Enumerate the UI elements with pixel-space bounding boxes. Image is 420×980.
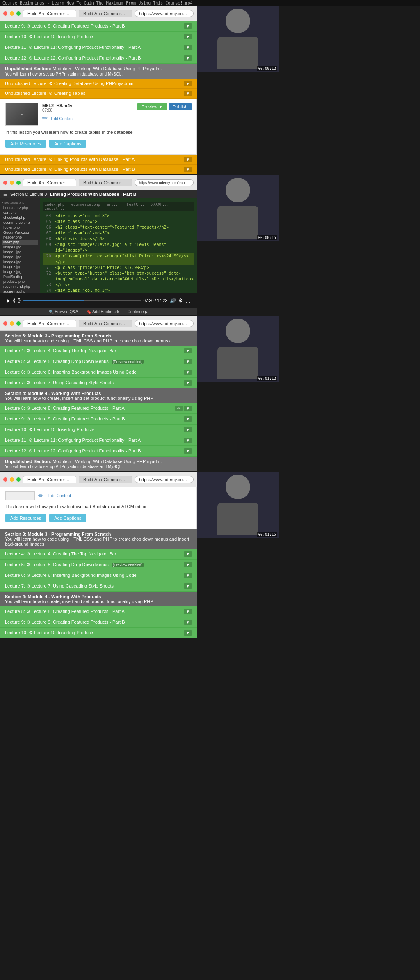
close-dot-3[interactable] [3, 321, 7, 326]
browse-qa-button[interactable]: 🔍 Browse Q&A [49, 310, 78, 314]
play-button[interactable]: ▶ [7, 298, 10, 303]
lecture-9-expand[interactable]: ▼ [184, 23, 192, 29]
creating-tables-expand[interactable]: ▼ [184, 91, 192, 96]
lecture-row-10-c[interactable]: Lecture 10: ⚙ Lecture 10: Inserting Prod… [0, 628, 197, 638]
tab-5[interactable]: Build An eCommerce Web... [23, 320, 76, 327]
tab-2[interactable]: Build An eCommerce Web... [79, 10, 132, 17]
fullscreen-button[interactable]: ⛶ [185, 298, 190, 303]
file-img2[interactable]: image2.jpg [2, 250, 38, 255]
tab-1[interactable]: Build An eCommerce Web... [23, 10, 76, 17]
minimize-dot-4[interactable] [10, 477, 14, 482]
lecture-12b-expand[interactable]: ▼ [184, 448, 192, 454]
file-squirems[interactable]: squirems.php [2, 289, 38, 293]
settings-button[interactable]: ⚙ [178, 298, 183, 303]
file-img4[interactable]: image4.jpg [2, 259, 38, 264]
tab-8[interactable]: Build An eCommerce Web... [79, 476, 132, 483]
file-cart[interactable]: cart.php [2, 210, 38, 215]
lecture-8c-expand[interactable]: ▼ [184, 609, 192, 614]
lecture-7c-expand[interactable]: ▼ [184, 583, 192, 589]
add-captions-button-1[interactable]: Add Captions [49, 140, 86, 148]
file-img5[interactable]: image5.jpg [2, 264, 38, 269]
lecture-row-8-b[interactable]: Lecture 8: ⚙ Lecture 8: Creating Feature… [0, 403, 197, 414]
lecture-row-4-b[interactable]: Lecture 4: ⚙ Lecture 4: Creating The Top… [0, 346, 197, 356]
lecture-row-9[interactable]: Lecture 9: ⚙ Lecture 9: Creating Feature… [0, 21, 197, 32]
add-resources-button-1[interactable]: Add Resources [5, 140, 46, 148]
publish-button[interactable]: Publish [169, 103, 192, 110]
tab-7[interactable]: Build An eCommerce Web... [23, 476, 76, 483]
url-bar-2[interactable]: https://www.udemy.com/ecommerce-website-… [135, 179, 194, 186]
lecture-row-5-c[interactable]: Lecture 5: ⚙ Lecture 5: Creating Drop Do… [0, 560, 197, 570]
close-dot-4[interactable] [3, 477, 7, 482]
file-ecommerce[interactable]: ecommerce.php [2, 220, 38, 225]
rewind-button[interactable]: ⟪ [13, 298, 16, 303]
preview-dropdown-icon[interactable]: ▼ [158, 104, 163, 109]
volume-button[interactable]: 🔊 [170, 298, 176, 303]
lecture-row-12-b[interactable]: Lecture 12: ⚙ Lecture 12: Configuring Pr… [0, 446, 197, 457]
file-img6[interactable]: image6.jpg [2, 269, 38, 274]
minimize-dot-2[interactable] [10, 181, 14, 185]
file-header[interactable]: header.php [2, 235, 38, 240]
maximize-dot-4[interactable] [16, 477, 21, 482]
lecture-8b-edit[interactable]: ✏ [175, 406, 183, 411]
lecture-9c-expand[interactable]: ▼ [184, 620, 192, 625]
lecture-row-12[interactable]: Lecture 12: ⚙ Lecture 12: Configuring Pr… [0, 53, 197, 64]
lecture-row-10[interactable]: Lecture 10: ⚙ Lecture 10: Inserting Prod… [0, 32, 197, 42]
file-footer[interactable]: footer.php [2, 225, 38, 230]
lecture-11b-expand[interactable]: ▼ [184, 438, 192, 443]
url-bar-3[interactable]: https://www.udemy.com/course-manage/edit… [135, 320, 194, 327]
tab-4[interactable]: Build An eCommerce Web... [79, 179, 132, 186]
lecture-4c-expand[interactable]: ▼ [184, 551, 192, 557]
progress-bar[interactable] [23, 300, 141, 301]
lecture-row-9-b[interactable]: Lecture 9: ⚙ Lecture 9: Creating Feature… [0, 414, 197, 425]
file-gucci[interactable]: Gucci_Watc.jpg [2, 230, 38, 235]
url-bar-1[interactable]: https://www.udemy.com/course-manage/edit… [135, 10, 194, 17]
edit-content-link-2[interactable]: Edit Content [48, 493, 71, 498]
preview-button[interactable]: Preview ▼ [137, 103, 167, 110]
minimize-dot[interactable] [10, 11, 14, 16]
add-resources-button-2[interactable]: Add Resources [5, 514, 46, 522]
lecture-row-10-b[interactable]: Lecture 10: ⚙ Lecture 10: Inserting Prod… [0, 425, 197, 435]
lecture-row-6-b[interactable]: Lecture 6: ⚙ Lecture 6: Inserting Backgr… [0, 367, 197, 378]
lecture-row-9-c[interactable]: Lecture 9: ⚙ Lecture 9: Creating Feature… [0, 617, 197, 628]
file-products[interactable]: products.php [2, 279, 38, 284]
lecture-4b-expand[interactable]: ▼ [184, 348, 192, 353]
add-captions-button-2[interactable]: Add Captions [49, 514, 86, 522]
add-bookmark-button[interactable]: 🔖 Add Bookmark [87, 310, 119, 314]
lecture-6b-expand[interactable]: ▼ [184, 370, 192, 375]
unpublished-lecture-creating-db[interactable]: Unpublished Lecture: ⚙ Creating Database… [0, 79, 197, 89]
lecture-11-expand[interactable]: ▼ [184, 45, 192, 50]
file-bootstrap2[interactable]: bootstrap2.php [2, 205, 38, 210]
forward-button[interactable]: ⟫ [18, 298, 21, 303]
lecture-row-7-b[interactable]: Lecture 7: ⚙ Lecture 7: Using Cascading … [0, 378, 197, 388]
edit-content-link[interactable]: Edit Content [51, 117, 73, 121]
lecture-5b-expand[interactable]: ▼ [184, 359, 192, 364]
linking-b-expand[interactable]: ▼ [184, 167, 192, 172]
lecture-9b-expand[interactable]: ▼ [184, 416, 192, 422]
file-checkout[interactable]: checkout.php [2, 215, 38, 220]
lecture-5c-expand[interactable]: ▼ [184, 562, 192, 567]
linking-a-expand[interactable]: ▼ [184, 157, 192, 162]
file-paulsmith[interactable]: PaulSmith.p... [2, 274, 38, 279]
continue-button[interactable]: Continue ▶ [128, 310, 148, 314]
maximize-dot-2[interactable] [16, 181, 21, 185]
lecture-row-6-c[interactable]: Lecture 6: ⚙ Lecture 6: Inserting Backgr… [0, 570, 197, 581]
lecture-12-expand[interactable]: ▼ [184, 55, 192, 61]
unpublished-lecture-creating-tables[interactable]: Unpublished Lecture: ⚙ Creating Tables ▼ [0, 89, 197, 99]
lecture-7b-expand[interactable]: ▼ [184, 380, 192, 386]
input-placeholder[interactable] [5, 491, 35, 500]
lecture-row-11-b[interactable]: Lecture 11: ⚙ Lecture 11: Configuring Pr… [0, 435, 197, 446]
lecture-6c-expand[interactable]: ▼ [184, 573, 192, 578]
file-index[interactable]: index.php [2, 240, 38, 245]
file-img3[interactable]: image3.jpg [2, 255, 38, 259]
file-recommend[interactable]: recommend.php [2, 284, 38, 289]
maximize-dot[interactable] [16, 11, 21, 16]
hamburger-icon[interactable]: ☰ [3, 192, 7, 197]
minimize-dot-3[interactable] [10, 321, 14, 326]
creating-db-expand[interactable]: ▼ [184, 81, 192, 86]
close-dot[interactable] [3, 11, 7, 16]
lecture-row-8-c[interactable]: Lecture 8: ⚙ Lecture 8: Creating Feature… [0, 606, 197, 617]
lecture-row-11[interactable]: Lecture 11: ⚙ Lecture 11: Configuring Pr… [0, 42, 197, 53]
file-img1[interactable]: image1.jpg [2, 245, 38, 250]
lecture-10b-expand[interactable]: ▼ [184, 427, 192, 432]
lecture-row-7-c[interactable]: Lecture 7: ⚙ Lecture 7: Using Cascading … [0, 581, 197, 592]
